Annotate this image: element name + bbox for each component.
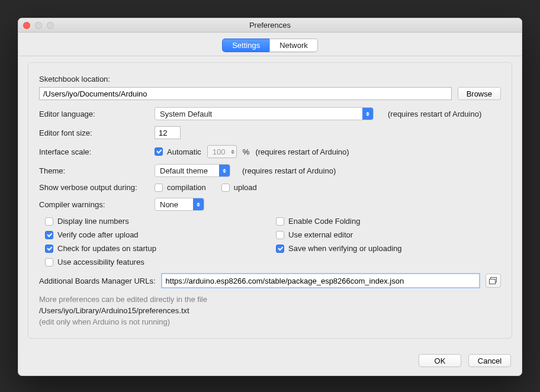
theme-hint: (requires restart of Arduino): [242, 166, 336, 175]
zoom-icon: [47, 22, 54, 29]
boards-url-input[interactable]: [162, 274, 480, 288]
cancel-button[interactable]: Cancel: [468, 354, 511, 367]
theme-value: Default theme: [160, 166, 214, 175]
check-updates-label: Check for updates on startup: [57, 244, 156, 253]
upload-checkbox[interactable]: [221, 184, 230, 192]
accessibility-label: Use accessibility features: [57, 258, 144, 266]
window-icon: [489, 277, 497, 284]
theme-select[interactable]: Default theme: [155, 164, 230, 177]
chevron-updown-icon: [219, 165, 230, 176]
expand-urls-button[interactable]: [486, 274, 501, 288]
theme-label: Theme:: [39, 166, 149, 175]
interface-scale-hint: (requires restart of Arduino): [255, 147, 349, 156]
svg-rect-1: [490, 279, 496, 284]
preferences-window: Preferences Settings Network Sketchbook …: [18, 18, 522, 376]
dialog-buttons: OK Cancel: [18, 348, 522, 375]
tab-network[interactable]: Network: [269, 38, 318, 52]
close-icon[interactable]: [23, 22, 30, 29]
tab-settings[interactable]: Settings: [222, 38, 269, 52]
save-when-verifying-label: Save when verifying or uploading: [288, 244, 402, 253]
interface-scale-unit: %: [243, 147, 250, 156]
font-size-input[interactable]: [155, 126, 181, 139]
display-line-numbers-checkbox[interactable]: [45, 217, 53, 226]
boards-url-label: Additional Boards Manager URLs:: [39, 277, 156, 285]
automatic-checkbox[interactable]: [155, 147, 163, 156]
minimize-icon: [35, 22, 42, 29]
window-title: Preferences: [18, 21, 522, 30]
accessibility-checkbox[interactable]: [45, 258, 53, 266]
compilation-label: compilation: [167, 183, 206, 192]
editor-language-value: System Default: [160, 110, 358, 118]
stepper-arrows-icon: [231, 150, 234, 154]
compilation-checkbox[interactable]: [155, 184, 163, 192]
editor-language-select[interactable]: System Default: [155, 107, 374, 120]
font-size-label: Editor font size:: [39, 128, 149, 137]
display-line-numbers-label: Display line numbers: [57, 217, 129, 226]
editor-language-hint: (requires restart of Arduino): [388, 110, 481, 118]
external-editor-checkbox[interactable]: [276, 231, 284, 239]
code-folding-checkbox[interactable]: [276, 217, 284, 226]
footer-line-3: (edit only when Arduino is not running): [39, 317, 501, 326]
interface-scale-label: Interface scale:: [39, 147, 149, 156]
verify-after-upload-checkbox[interactable]: [45, 231, 53, 239]
settings-panel: Sketchbook location: Browse Editor langu…: [28, 62, 512, 339]
preferences-file-path[interactable]: /Users/iyo/Library/Arduino15/preferences…: [39, 306, 501, 315]
sketchbook-label: Sketchbook location:: [39, 75, 110, 83]
interface-scale-value: 100: [213, 147, 226, 156]
code-folding-label: Enable Code Folding: [288, 217, 360, 226]
chevron-updown-icon: [362, 108, 373, 120]
footer-line-1: More preferences can be edited directly …: [39, 295, 501, 304]
sketchbook-path-input[interactable]: [39, 87, 452, 100]
verify-after-upload-label: Verify code after upload: [57, 230, 139, 239]
compiler-warnings-label: Compiler warnings:: [39, 200, 149, 209]
traffic-lights: [23, 22, 54, 29]
interface-scale-stepper[interactable]: 100: [207, 145, 237, 158]
ok-button[interactable]: OK: [419, 354, 461, 367]
browse-button[interactable]: Browse: [458, 87, 501, 100]
chevron-updown-icon: [193, 198, 204, 210]
automatic-label: Automatic: [167, 147, 201, 156]
save-when-verifying-checkbox[interactable]: [276, 245, 284, 253]
verbose-label: Show verbose output during:: [39, 183, 149, 192]
tab-segmented-control: Settings Network: [222, 38, 318, 52]
tabbar: Settings Network: [18, 33, 522, 56]
upload-label: upload: [234, 183, 257, 192]
compiler-warnings-value: None: [160, 200, 188, 209]
check-updates-checkbox[interactable]: [45, 245, 53, 253]
editor-language-label: Editor language:: [39, 110, 149, 118]
external-editor-label: Use external editor: [288, 230, 353, 239]
titlebar: Preferences: [18, 18, 522, 33]
compiler-warnings-select[interactable]: None: [155, 198, 204, 211]
